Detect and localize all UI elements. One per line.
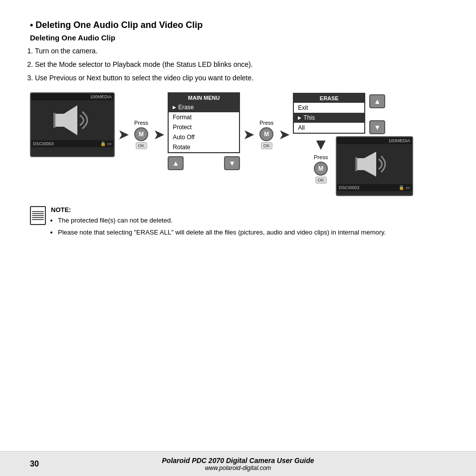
press-label-1: Press (134, 120, 148, 126)
main-menu-header: MAIN MENU (169, 93, 239, 102)
camera-top-bar-2: 100MEDIA (337, 137, 412, 144)
main-title: • Deleting One Audio Clip and Video Clip (30, 20, 446, 30)
erase-this-triangle: ▶ (298, 115, 301, 120)
ok-label-3: OK (315, 177, 327, 184)
step-1: Turn on the camera. (35, 46, 446, 56)
menu-erase[interactable]: ▶ Erase (169, 102, 239, 112)
main-menu-section: MAIN MENU ▶ Erase Format Protect Auto Of… (168, 92, 240, 170)
arrow-3: ➤ (243, 126, 254, 143)
step-3: Use Previous or Next button to select th… (35, 73, 446, 83)
camera-main-2 (337, 144, 412, 184)
m-button-3[interactable]: M (314, 162, 328, 176)
erase-menu-header: ERASE (294, 94, 364, 103)
diagram: 100MEDIA DSCI0003 🔒 ▭ ➤ (30, 92, 446, 196)
svg-rect-5 (355, 157, 357, 171)
steps-list: Turn on the camera. Set the Mode selecto… (35, 46, 446, 83)
main-menu-box: MAIN MENU ▶ Erase Format Protect Auto Of… (168, 92, 240, 153)
note-item-2: Please note that selecting "ERASE ALL" w… (58, 228, 386, 238)
note-text: NOTE: The protected file(s) can not be d… (51, 206, 386, 239)
camera-bottom-bar-1: DSCI0003 🔒 ▭ (31, 140, 114, 147)
footer: 30 Polaroid PDC 2070 Digital Camera User… (0, 451, 476, 476)
m-button-2[interactable]: M (259, 127, 273, 141)
press-m-group-2: Press M OK (259, 120, 273, 149)
camera-top-bar-1: 100MEDIA (31, 93, 114, 100)
press-label-2: Press (259, 120, 273, 126)
erase-all[interactable]: All (294, 123, 364, 133)
note-heading: NOTE: (51, 206, 71, 214)
erase-exit[interactable]: Exit (294, 103, 364, 113)
svg-rect-0 (55, 114, 64, 127)
camera-display-1: 100MEDIA DSCI0003 🔒 ▭ (30, 92, 115, 157)
menu-erase-triangle: ▶ (173, 105, 176, 110)
erase-right-section: ERASE Exit ▶ This All ▲ ▼ ▼ (293, 92, 413, 196)
nav-down-btn-1[interactable]: ▼ (224, 156, 240, 170)
note-list: The protected file(s) can not be deleted… (58, 216, 386, 237)
svg-marker-1 (64, 105, 77, 135)
menu-auto-off[interactable]: Auto Off (169, 132, 239, 142)
press-label-3: Press (314, 154, 328, 160)
ok-label-1: OK (136, 142, 147, 149)
arrow-1: ➤ (118, 126, 129, 143)
step-2: Set the Mode selector to Playback mode (… (35, 59, 446, 70)
sub-title: Deleting One Audio Clip (30, 33, 446, 42)
camera-display-2: 100MEDIA DSCI0002 🔒 ▭ (336, 136, 413, 196)
svg-rect-2 (53, 113, 55, 128)
note-item-1: The protected file(s) can not be deleted… (58, 216, 386, 226)
footer-title: Polaroid PDC 2070 Digital Camera User Gu… (162, 457, 314, 465)
camera-bottom-bar-2: DSCI0002 🔒 ▭ (337, 184, 412, 191)
erase-top-row: ERASE Exit ▶ This All ▲ ▼ (293, 92, 413, 134)
nav-down-btn-2[interactable]: ▼ (369, 120, 385, 134)
note-icon (30, 206, 46, 225)
nav-arrows-1: ▲ ▼ (168, 156, 240, 170)
nav-up-btn-2[interactable]: ▲ (369, 94, 385, 108)
menu-protect[interactable]: Protect (169, 122, 239, 132)
speaker-svg-1 (52, 103, 92, 138)
erase-this[interactable]: ▶ This (294, 113, 364, 123)
svg-marker-4 (364, 152, 376, 177)
press-m-group-1: Press M OK (134, 120, 148, 149)
note-section: NOTE: The protected file(s) can not be d… (30, 206, 446, 239)
menu-rotate[interactable]: Rotate (169, 142, 239, 152)
arrow-4: ➤ (278, 126, 290, 143)
footer-url: www.polaroid-digital.com (205, 465, 271, 472)
speaker-svg-2 (354, 149, 394, 179)
svg-rect-3 (357, 158, 364, 170)
erase-menu-box: ERASE Exit ▶ This All (293, 93, 365, 134)
down-arrow-big: ▼ (313, 136, 329, 152)
footer-page-number: 30 (30, 460, 39, 469)
arrow-2: ➤ (153, 126, 165, 143)
camera-main-1 (31, 100, 114, 140)
m-button-1[interactable]: M (134, 127, 148, 141)
nav-up-btn-1[interactable]: ▲ (168, 156, 184, 170)
erase-bottom-area: ▼ Press M OK 100MEDIA (293, 136, 413, 196)
ok-label-2: OK (261, 142, 272, 149)
page: • Deleting One Audio Clip and Video Clip… (0, 0, 476, 476)
menu-format[interactable]: Format (169, 112, 239, 122)
